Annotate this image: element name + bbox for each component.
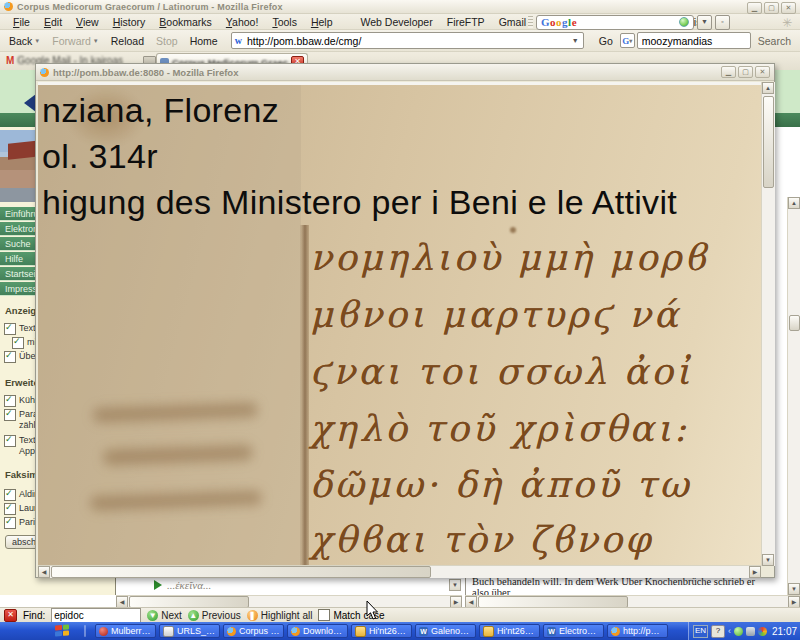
- highlight-all-button[interactable]: ❚Highlight all: [247, 610, 313, 621]
- play-triangle-icon[interactable]: [154, 580, 162, 590]
- scroll-up-icon[interactable]: ▲: [788, 197, 800, 209]
- scroll-left-icon[interactable]: ◀: [38, 566, 50, 578]
- task-corpus-medicorum[interactable]: Corpus Medi...: [223, 624, 284, 638]
- task-urls-of-sn[interactable]: URLS_of_Sn...: [159, 624, 220, 638]
- task-http-pom[interactable]: http://pom...: [607, 624, 668, 638]
- back-dropdown-icon[interactable]: ▼: [34, 38, 40, 44]
- manuscript-line-5: δῶμω· δὴ ἀποῦ τω: [310, 464, 692, 505]
- google-search-engine-icon[interactable]: G▾: [620, 33, 635, 48]
- language-indicator[interactable]: EN: [693, 625, 708, 638]
- forward-dropdown-icon[interactable]: ▼: [93, 38, 99, 44]
- next-arrow-icon: ▼: [147, 610, 158, 621]
- forward-button[interactable]: Forward▼: [47, 33, 103, 49]
- navigation-bar: Back▼ Forward▼ Reload Stop Home w ▼ Go G…: [0, 30, 800, 52]
- stop-button[interactable]: Stop: [151, 33, 183, 49]
- minimize-button[interactable]: ▁: [747, 2, 762, 14]
- tray-color-icon[interactable]: [758, 627, 767, 636]
- tray-green-icon[interactable]: [734, 627, 743, 636]
- task-hint262-folder-1[interactable]: Hi'nt262're...: [351, 624, 412, 638]
- popup-window: http://pom.bbaw.de:8080 - Mozilla Firefo…: [35, 63, 775, 578]
- find-bar: ✕ Find: ▼Next ▲Previous ❚Highlight all M…: [0, 607, 800, 622]
- task-galenos-doc[interactable]: WGalenos doc...: [415, 624, 476, 638]
- toolbar-grip-icon[interactable]: [528, 16, 533, 28]
- mulberry-icon: [99, 627, 108, 636]
- find-input[interactable]: [51, 608, 141, 623]
- menu-history[interactable]: History: [106, 15, 153, 29]
- popup-maximize-button[interactable]: ▢: [738, 66, 753, 78]
- menu-gmail[interactable]: Gmail: [492, 15, 533, 29]
- frame-scroll-down-icon[interactable]: ▼: [449, 579, 461, 591]
- checkbox-icon[interactable]: [4, 409, 16, 421]
- google-toolbar-dropdown[interactable]: ▼: [697, 15, 712, 30]
- keyboard-help-icon[interactable]: ?: [711, 625, 725, 638]
- system-tray: EN ? ‹ 21:07: [688, 622, 800, 640]
- checkbox-icon[interactable]: [4, 503, 16, 515]
- scroll-down-icon[interactable]: ▼: [762, 554, 774, 566]
- google-logo: Google: [541, 16, 577, 28]
- start-button[interactable]: [55, 625, 69, 637]
- menu-yahoo[interactable]: Yahoo!: [219, 15, 266, 29]
- checkbox-icon[interactable]: [4, 323, 16, 335]
- url-input[interactable]: [245, 33, 570, 48]
- task-downloads[interactable]: Downloads: [287, 624, 348, 638]
- menu-bookmarks[interactable]: Bookmarks: [152, 15, 219, 29]
- scrollbar-thumb[interactable]: [789, 315, 800, 331]
- popup-minimize-button[interactable]: ▁: [721, 66, 736, 78]
- find-next-button[interactable]: ▼Next: [147, 610, 182, 621]
- task-electronicte[interactable]: WElectronicTe...: [543, 624, 604, 638]
- menu-edit[interactable]: Edit: [37, 15, 69, 29]
- popup-close-button[interactable]: ✕: [755, 66, 770, 78]
- task-mulberry[interactable]: Mulberry (C...: [95, 624, 156, 638]
- menu-view[interactable]: View: [69, 15, 106, 29]
- location-bar[interactable]: w ▼: [231, 32, 584, 49]
- go-button[interactable]: Go: [594, 33, 618, 49]
- close-button[interactable]: ✕: [781, 2, 796, 14]
- previous-arrow-icon: ▲: [188, 610, 199, 621]
- popup-titlebar[interactable]: http://pom.bbaw.de:8080 - Mozilla Firefo…: [36, 64, 774, 81]
- checkbox-icon[interactable]: [4, 517, 16, 529]
- menu-firefтp[interactable]: FireFTP: [440, 15, 492, 29]
- caption-line-3: higung des Ministero per i Beni e le Att…: [42, 183, 677, 222]
- scroll-up-icon[interactable]: ▲: [762, 82, 774, 94]
- find-previous-button[interactable]: ▲Previous: [188, 610, 241, 621]
- search-button[interactable]: Search: [753, 33, 796, 49]
- manuscript-line-6: χθϐαι τὸν ζϐνοφ: [310, 519, 654, 560]
- scrollbar-thumb[interactable]: [51, 566, 431, 578]
- throbber-icon: ✳: [782, 16, 792, 30]
- tray-gray-icon[interactable]: [746, 627, 755, 636]
- greek-fragment-row: ...ἐκεῖνα...: [154, 579, 211, 591]
- home-button[interactable]: Home: [185, 33, 223, 49]
- google-toolbar-searchbox[interactable]: Google: [536, 15, 694, 30]
- popup-hscrollbar[interactable]: ◀ ▶: [38, 565, 761, 578]
- google-toolbar-button[interactable]: ▫: [715, 15, 730, 30]
- scroll-right-icon[interactable]: ▶: [749, 566, 761, 578]
- popup-vscrollbar[interactable]: ▲ ▼: [761, 82, 775, 566]
- url-dropdown-icon[interactable]: ▼: [570, 37, 581, 44]
- checkbox-icon[interactable]: [4, 351, 16, 363]
- checkbox-icon[interactable]: [4, 489, 16, 501]
- back-button[interactable]: Back▼: [4, 33, 45, 49]
- checkbox-icon[interactable]: [318, 609, 330, 621]
- firefox-icon: [40, 68, 49, 77]
- close-find-icon[interactable]: ✕: [4, 609, 17, 622]
- checkbox-icon[interactable]: [4, 395, 16, 407]
- popup-title: http://pom.bbaw.de:8080 - Mozilla Firefo…: [53, 67, 238, 78]
- right-frame-scrollbar[interactable]: ▲ ▼: [787, 197, 800, 595]
- menu-file[interactable]: File: [6, 15, 37, 29]
- checkbox-icon[interactable]: [4, 435, 16, 447]
- tray-chevron-icon[interactable]: ‹: [728, 626, 731, 636]
- screen: Corpus Medicorum Graecorum / Latinorum -…: [0, 0, 800, 640]
- checkbox-icon[interactable]: [12, 337, 24, 349]
- menu-tools[interactable]: Tools: [265, 15, 304, 29]
- google-search-orb-icon: [679, 17, 689, 27]
- maximize-button[interactable]: ▢: [764, 2, 779, 14]
- toolbar-search-box[interactable]: [637, 32, 751, 49]
- clock[interactable]: 21:07: [772, 626, 797, 637]
- menu-help[interactable]: Help: [304, 15, 340, 29]
- menu-web-developer[interactable]: Web Developer: [354, 15, 440, 29]
- scrollbar-thumb[interactable]: [763, 96, 774, 188]
- checkbox-text[interactable]: Text: [4, 323, 36, 335]
- reload-button[interactable]: Reload: [106, 33, 149, 49]
- scroll-down-icon[interactable]: ▼: [788, 583, 800, 595]
- task-hint262-folder-2[interactable]: Hi'nt262'an...: [479, 624, 540, 638]
